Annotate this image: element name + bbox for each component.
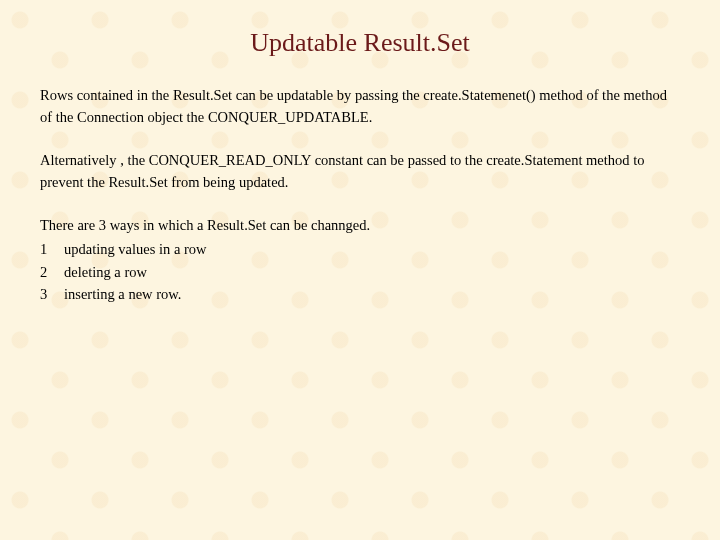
list-intro: There are 3 ways in which a Result.Set c…: [40, 214, 680, 236]
list-item-number: 2: [40, 261, 64, 283]
list-item: 1 updating values in a row: [40, 238, 680, 260]
paragraph-2: Alternatively , the CONQUER_READ_ONLY co…: [40, 149, 680, 194]
list-item-text: updating values in a row: [64, 238, 680, 260]
list-item-text: inserting a new row.: [64, 283, 680, 305]
list-item: 3 inserting a new row.: [40, 283, 680, 305]
list-item-number: 3: [40, 283, 64, 305]
list-item-number: 1: [40, 238, 64, 260]
list-item-text: deleting a row: [64, 261, 680, 283]
page-title: Updatable Result.Set: [40, 28, 680, 58]
list-item: 2 deleting a row: [40, 261, 680, 283]
ways-list: 1 updating values in a row 2 deleting a …: [40, 238, 680, 305]
paragraph-1: Rows contained in the Result.Set can be …: [40, 84, 680, 129]
